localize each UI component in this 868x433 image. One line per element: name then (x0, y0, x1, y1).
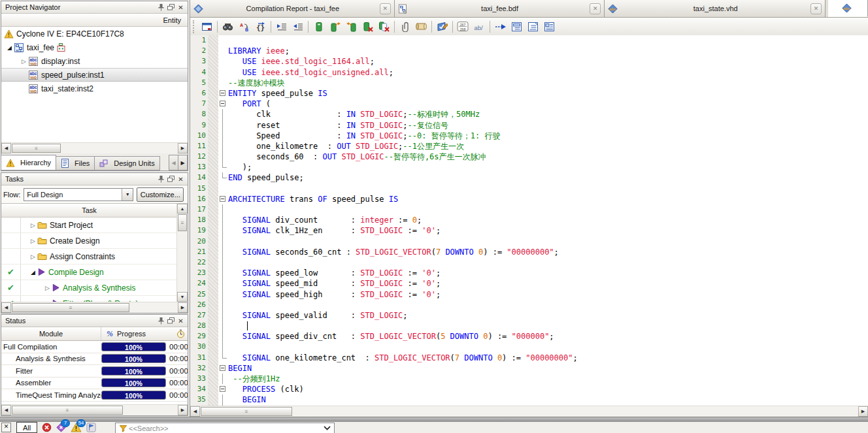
collapse-icon[interactable]: ◢ (29, 269, 37, 276)
replace-icon[interactable]: AB (236, 18, 252, 35)
tasks-hscrollbar[interactable]: ◀ ≡ ▶ (1, 302, 188, 313)
attach-icon[interactable] (397, 18, 413, 35)
close-icon[interactable]: ✕ (176, 316, 186, 325)
scroll-right-icon[interactable]: ▶ (178, 302, 188, 313)
document-tab-taxi-state-vhd[interactable]: abctaxi_state.vhd✕ (605, 0, 826, 17)
task-row-start-project[interactable]: ▷Start Project (1, 217, 177, 233)
fold-toggle-icon[interactable] (220, 90, 225, 96)
float-icon[interactable] (166, 174, 176, 184)
status-hscrollbar[interactable]: ◀ ≡ ▶ (1, 404, 188, 415)
tab-files[interactable]: Files (56, 156, 95, 170)
code-editor[interactable]: 12LIBRARY ieee;3 USE ieee.std_logic_1164… (190, 35, 868, 406)
horizontal-splitter[interactable] (0, 417, 868, 422)
messages-all-button[interactable]: All (16, 422, 37, 433)
fold-toggle-icon[interactable] (220, 196, 225, 202)
collapse-icon[interactable]: ◢ (5, 44, 14, 51)
customize-button[interactable]: Customize... (137, 187, 184, 202)
scroll-left-icon[interactable]: ◀ (1, 302, 11, 313)
float-icon[interactable] (166, 3, 176, 12)
project-navigator-hscrollbar[interactable]: ◀ ≡ ▶ (1, 142, 188, 153)
scroll-right-icon[interactable]: ▶ (858, 406, 868, 417)
expand-icon[interactable]: ▷ (43, 285, 52, 291)
scroll-thumb[interactable]: ≡ (178, 214, 187, 231)
task-row-create-design[interactable]: ▷Create Design (1, 233, 177, 249)
expand-icon[interactable]: ▷ (29, 222, 37, 229)
search-input[interactable] (127, 425, 324, 432)
expand-icon[interactable]: ▷ (20, 58, 28, 65)
expand-icon[interactable]: ▷ (29, 238, 37, 244)
tree-item-taxi-fee[interactable]: ◢BDFtaxi_fee (1, 40, 188, 54)
indent-icon[interactable] (273, 18, 290, 35)
flag-filter-button[interactable] (86, 423, 96, 432)
tab-close-icon[interactable]: ✕ (810, 3, 822, 14)
bookmark-delete-all-icon[interactable] (376, 18, 392, 35)
bookmark-icon[interactable] (310, 18, 327, 35)
scroll-up-icon[interactable]: ▲ (177, 204, 188, 214)
float-icon[interactable] (166, 316, 176, 325)
chevron-down-icon[interactable]: ▼ (122, 189, 133, 200)
fold-toggle-icon[interactable] (220, 386, 225, 392)
expand-icon[interactable]: ▷ (29, 253, 37, 260)
line-number: 8 (190, 109, 206, 120)
toolbar-grip[interactable] (193, 20, 196, 33)
document-tab-compilation-report-taxi-fee[interactable]: Compilation Report - taxi_fee✕ (190, 0, 395, 17)
scroll-left-icon[interactable]: ◀ (190, 406, 200, 417)
line-numbers-icon[interactable]: 267268 (455, 18, 471, 35)
scroll-thumb[interactable]: ≡ (12, 144, 61, 153)
task-row-analysis-synthesis[interactable]: ✔▷Analysis & Synthesis (1, 280, 177, 296)
document-tab-partial[interactable]: abc (828, 0, 868, 17)
tab-scroll-right-icon[interactable]: ▶ (178, 155, 188, 170)
task-row-assign-constraints[interactable]: ▷Assign Constraints (1, 249, 177, 265)
messages-close-button[interactable]: ✕ (1, 423, 11, 432)
scroll-down-icon[interactable]: ▼ (177, 292, 188, 302)
bookmark-prev-icon[interactable] (343, 18, 359, 35)
tab-close-icon[interactable]: ✕ (380, 3, 391, 14)
match-brace-icon[interactable]: {} (252, 18, 269, 35)
template1-icon[interactable] (509, 18, 525, 35)
warning-filter-button[interactable]: 54 (71, 423, 82, 432)
scroll-left-icon[interactable]: ◀ (1, 143, 11, 153)
pin-icon[interactable] (156, 316, 166, 325)
dialog-icon[interactable] (199, 18, 215, 35)
tree-item-taxi-state-inst2[interactable]: abcVHDtaxi_state:inst2 (1, 82, 188, 95)
scroll-thumb[interactable]: ≡ (201, 407, 292, 416)
scroll-right-icon[interactable]: ▶ (178, 405, 188, 415)
pin-icon[interactable] (156, 174, 166, 184)
template2-icon[interactable] (525, 18, 541, 35)
scroll-thumb[interactable]: ≡ (12, 406, 123, 415)
message-search-box[interactable] (115, 423, 335, 433)
comment-icon[interactable]: ab/ (471, 18, 488, 35)
unindent-icon[interactable] (290, 18, 306, 35)
flow-dropdown[interactable]: Full Design ▼ (24, 188, 133, 201)
bookmark-next-icon[interactable] (327, 18, 343, 35)
close-icon[interactable]: ✕ (176, 3, 186, 12)
pin-icon[interactable] (156, 3, 166, 12)
tree-item-speed-pulse-inst1[interactable]: abcVHDspeed_pulse:inst1 (1, 68, 188, 82)
macro-icon[interactable] (413, 18, 429, 35)
fold-toggle-icon[interactable] (220, 101, 225, 106)
document-tab-taxi-fee-bdf[interactable]: taxi_fee.bdf✕ (395, 0, 605, 17)
bookmark-delete-icon[interactable] (359, 18, 376, 35)
goto-icon[interactable] (492, 18, 509, 35)
tab-scroll-left-icon[interactable]: ◀ (169, 155, 178, 170)
scroll-thumb[interactable]: ≡ (12, 303, 129, 312)
scroll-left-icon[interactable]: ◀ (1, 405, 11, 415)
spellcheck-icon[interactable] (434, 18, 450, 35)
scroll-right-icon[interactable]: ▶ (178, 143, 188, 153)
tab-hierarchy[interactable]: Hierarchy (1, 155, 56, 170)
editor-hscrollbar[interactable]: ◀ ≡ ▶ (190, 406, 868, 417)
find-icon[interactable] (220, 18, 236, 35)
tab-close-icon[interactable]: ✕ (590, 3, 601, 14)
tasks-vscrollbar[interactable]: ▲ ≡ ▼ (176, 204, 188, 302)
task-row-fitter-place-route-[interactable]: ✔▷Fitter (Place & Route) (1, 296, 177, 302)
critical-warning-filter-button[interactable]: 7 (56, 423, 66, 432)
tree-item-cyclone-iv-e-ep4ce10f17c8[interactable]: Cyclone IV E: EP4CE10F17C8 (1, 27, 188, 40)
expand-icon[interactable]: ▷ (43, 300, 52, 302)
tree-item-display-inst[interactable]: ▷abcVHDdisplay:inst (1, 54, 188, 68)
error-filter-button[interactable] (42, 423, 52, 432)
close-icon[interactable]: ✕ (176, 174, 186, 184)
fold-toggle-icon[interactable] (220, 365, 225, 371)
tab-design-units[interactable]: Design Units (94, 156, 159, 170)
template3-icon[interactable] (541, 18, 558, 35)
task-row-compile-design[interactable]: ✔◢Compile Design (1, 265, 177, 280)
